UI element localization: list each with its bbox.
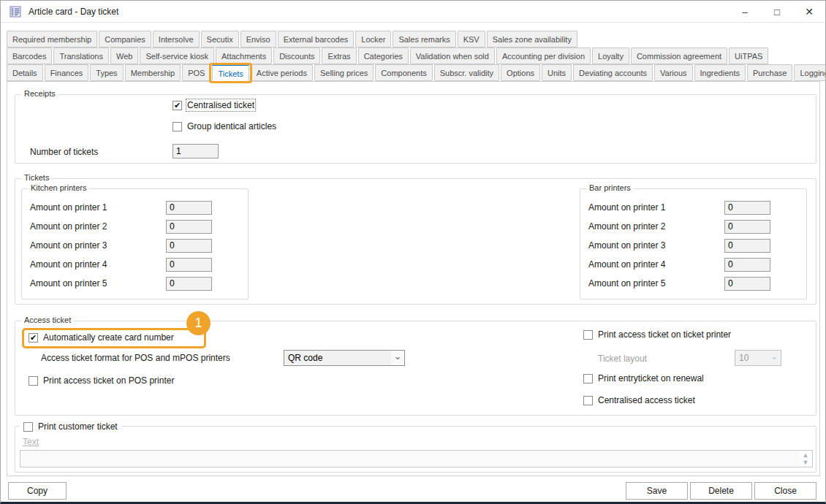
printer-amount-input[interactable] <box>166 239 212 253</box>
checkbox-box[interactable] <box>583 374 593 383</box>
checkbox-box[interactable] <box>29 376 38 386</box>
printer-amount-input[interactable] <box>724 239 770 253</box>
tab-locker[interactable]: Locker <box>355 31 391 47</box>
tab-extras[interactable]: Extras <box>322 47 356 64</box>
chevron-down-icon[interactable] <box>391 351 404 365</box>
tab-self-service-kiosk[interactable]: Self-service kiosk <box>140 47 214 64</box>
article-card-window: Article card - Day ticket – □ ✕ Required… <box>0 0 826 504</box>
checkbox-box[interactable] <box>23 422 33 432</box>
access-ticket-format-select[interactable]: QR code <box>284 350 405 366</box>
checkbox-label: Automatically create card number <box>43 332 174 343</box>
checkbox-label: Print customer ticket <box>38 421 118 432</box>
tab-uitpas[interactable]: UiTPAS <box>729 47 768 64</box>
checkbox-box[interactable] <box>173 122 182 131</box>
tab-categories[interactable]: Categories <box>358 47 409 64</box>
access-ticket-group: Access ticket 1 Automatically create car… <box>15 321 816 416</box>
printer-amount-input[interactable] <box>724 220 770 234</box>
centralised-ticket-checkbox[interactable]: Centralised ticket <box>173 100 254 110</box>
tab-external-barcodes[interactable]: External barcodes <box>278 31 355 47</box>
printer-row-label: Amount on printer 5 <box>588 278 724 289</box>
bar-printer-rows: Amount on printer 1 Amount on printer 2 … <box>580 198 806 293</box>
scroll-down-icon[interactable]: ▼ <box>803 459 809 465</box>
tab-required-membership[interactable]: Required membership <box>7 31 97 47</box>
auto-create-card-number-checkbox[interactable]: Automatically create card number <box>29 332 174 343</box>
tab-pos[interactable]: POS <box>182 64 211 81</box>
tab-various[interactable]: Various <box>654 64 692 81</box>
close-window-button[interactable]: ✕ <box>793 1 825 23</box>
checkbox-label: Print entryticket on renewal <box>598 373 704 383</box>
receipts-legend: Receipts <box>21 89 58 98</box>
tab-subscr-validity[interactable]: Subscr. validity <box>434 64 499 81</box>
tab-purchase[interactable]: Purchase <box>747 64 792 81</box>
printer-amount-input[interactable] <box>724 201 770 215</box>
maximize-button[interactable]: □ <box>761 1 793 23</box>
text-scroll-buttons: ▲ ▼ <box>800 451 811 466</box>
tab-commission-agreement[interactable]: Commission agreement <box>631 47 727 64</box>
access-ticket-format-label: Access ticket format for POS and mPOS pr… <box>41 353 230 363</box>
article-document-icon <box>10 6 21 18</box>
customer-ticket-text-field[interactable]: ▲ ▼ <box>20 450 813 467</box>
tab-enviso[interactable]: Enviso <box>240 31 276 47</box>
tab-translations[interactable]: Translations <box>53 47 109 64</box>
tab-barcodes[interactable]: Barcodes <box>7 47 52 64</box>
tab-sales-zone-availability[interactable]: Sales zone availability <box>487 31 577 47</box>
printer-row-label: Amount on printer 1 <box>588 202 724 213</box>
tab-tickets[interactable]: Tickets <box>212 64 249 82</box>
tab-selling-prices[interactable]: Selling prices <box>314 64 374 81</box>
number-of-tickets-input[interactable] <box>173 144 219 159</box>
tab-membership[interactable]: Membership <box>125 64 181 81</box>
printer-amount-input[interactable] <box>166 201 212 215</box>
printer-amount-input[interactable] <box>166 220 212 234</box>
tab-options[interactable]: Options <box>501 64 540 81</box>
ticket-layout-select[interactable]: 10 <box>735 350 781 366</box>
scroll-up-icon[interactable]: ▲ <box>803 452 809 458</box>
group-identical-articles-checkbox[interactable]: Group identical articles <box>173 121 276 131</box>
printer-amount-input[interactable] <box>724 258 770 272</box>
tab-active-periods[interactable]: Active periods <box>251 64 313 81</box>
tab-intersolve[interactable]: Intersolve <box>153 31 200 47</box>
tab-sales-remarks[interactable]: Sales remarks <box>393 31 455 47</box>
printer-amount-input[interactable] <box>166 277 212 291</box>
print-access-ticket-pos-checkbox[interactable]: Print access ticket on POS printer <box>29 375 174 386</box>
tab-components[interactable]: Components <box>375 64 432 81</box>
checkbox-box[interactable] <box>29 333 38 343</box>
checkbox-box[interactable] <box>173 101 182 110</box>
bar-printers-legend: Bar printers <box>586 183 634 192</box>
tab-discounts[interactable]: Discounts <box>273 47 320 64</box>
tab-accounting-per-division[interactable]: Accounting per division <box>496 47 591 64</box>
tab-web[interactable]: Web <box>110 47 138 64</box>
save-button[interactable]: Save <box>626 482 688 500</box>
tab-details[interactable]: Details <box>7 64 43 81</box>
delete-button[interactable]: Delete <box>690 482 752 500</box>
tab-types[interactable]: Types <box>90 64 123 81</box>
checkbox-label: Group identical articles <box>187 121 276 131</box>
tab-units[interactable]: Units <box>542 64 572 81</box>
tab-attachments[interactable]: Attachments <box>216 47 272 64</box>
select-value: QR code <box>288 353 322 363</box>
chevron-down-icon <box>768 351 781 365</box>
copy-button[interactable]: Copy <box>8 482 67 500</box>
tab-logging[interactable]: Logging <box>794 64 826 81</box>
checkbox-label: Centralised ticket <box>187 100 254 110</box>
print-customer-ticket-checkbox[interactable]: Print customer ticket <box>20 421 121 432</box>
checkbox-box[interactable] <box>583 330 593 340</box>
print-access-ticket-printer-checkbox[interactable]: Print access ticket on ticket printer <box>583 329 731 340</box>
tab-deviating-accounts[interactable]: Deviating accounts <box>573 64 653 81</box>
tab-secutix[interactable]: Secutix <box>201 31 239 47</box>
checkbox-box[interactable] <box>583 396 593 405</box>
tab-finances[interactable]: Finances <box>45 64 89 81</box>
tickets-tab-panel: Receipts Centralised ticket Group identi… <box>7 81 820 476</box>
tab-companies[interactable]: Companies <box>99 31 151 47</box>
tab-ingredients[interactable]: Ingredients <box>694 64 746 81</box>
tab-validation-when-sold[interactable]: Validation when sold <box>410 47 495 64</box>
checkbox-label: Print access ticket on ticket printer <box>598 329 731 340</box>
printer-amount-input[interactable] <box>724 277 770 291</box>
minimize-button[interactable]: – <box>729 1 761 23</box>
print-entryticket-renewal-checkbox[interactable]: Print entryticket on renewal <box>583 373 704 383</box>
printer-amount-input[interactable] <box>166 258 212 272</box>
tab-ksv[interactable]: KSV <box>458 31 485 47</box>
printer-row: Amount on printer 3 <box>22 236 248 255</box>
tab-loyalty[interactable]: Loyalty <box>592 47 629 64</box>
close-button[interactable]: Close <box>754 482 816 500</box>
centralised-access-ticket-checkbox[interactable]: Centralised access ticket <box>583 395 695 405</box>
